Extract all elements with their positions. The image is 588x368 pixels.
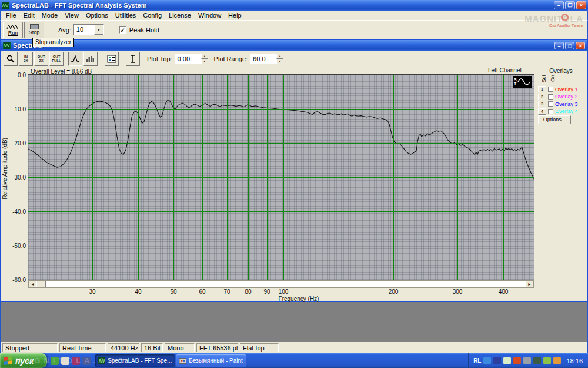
tooltip: Stop analyzer: [32, 38, 74, 47]
plot-horizontal-scrollbar[interactable]: ◄ ►: [28, 280, 534, 288]
status-panel: Real Time: [59, 343, 106, 352]
main-window-titlebar: SpectraLAB - FFT Spectral Analysis Syste…: [0, 0, 588, 11]
tray-icon[interactable]: [503, 357, 511, 364]
spectrum-toolbar: IN 2X OUT 2X OUT FULL: [1, 51, 587, 67]
spinner-up-icon[interactable]: ▲: [276, 54, 283, 59]
scrollbar-track[interactable]: [46, 281, 526, 287]
y-tick-label: -40.0: [7, 208, 26, 215]
menu-help[interactable]: Help: [225, 11, 245, 19]
restore-button[interactable]: ❐: [565, 1, 575, 9]
quick-launch-icon[interactable]: [61, 357, 69, 365]
y-gridline: [28, 109, 534, 110]
avg-dropdown[interactable]: 10 ▼: [74, 24, 104, 35]
overlays-panel: Overlays Set On Options... 1Overlay 12Ov…: [535, 68, 587, 138]
line-plot-mode-button[interactable]: [68, 52, 82, 66]
spectrum-minimize-button[interactable]: –: [554, 42, 564, 49]
menu-utilities[interactable]: Utilities: [112, 11, 139, 19]
quick-launch-icon[interactable]: [51, 357, 59, 365]
y-tick-label: -50.0: [7, 243, 26, 249]
tray-icon[interactable]: [513, 357, 521, 364]
tray-icon[interactable]: [533, 357, 541, 364]
quick-launch-bar: [51, 357, 91, 365]
spinner-down-icon[interactable]: ▼: [276, 59, 283, 64]
zoom-out-full-button[interactable]: OUT FULL: [49, 52, 64, 66]
bar-plot-mode-button[interactable]: [83, 52, 98, 66]
y-tick-label: -20.0: [7, 140, 26, 147]
tray-icon[interactable]: [543, 357, 551, 364]
plot-top-input[interactable]: 0.00: [175, 54, 201, 64]
taskbar-task-paint[interactable]: Безымянный - Paint: [176, 354, 245, 367]
y-gridline: [28, 246, 534, 246]
plot-range-spinner[interactable]: ▲ ▼: [276, 54, 283, 64]
quick-launch-icon[interactable]: [72, 357, 80, 365]
overlay-options-button[interactable]: Options...: [538, 115, 571, 124]
overlay-checkbox[interactable]: [548, 109, 553, 114]
menu-view[interactable]: View: [61, 11, 82, 19]
stop-button[interactable]: Stop: [24, 22, 44, 38]
main-window-title: SpectraLAB - FFT Spectral Analysis Syste…: [12, 2, 146, 9]
overlay-label: Overlay 2: [555, 94, 578, 100]
spinner-down-icon[interactable]: ▼: [201, 59, 208, 64]
spinner-up-icon[interactable]: ▲: [201, 54, 208, 59]
x-tick-label: 90: [258, 289, 276, 295]
marker-tool-button[interactable]: [126, 52, 140, 66]
menu-bar: FileEditModeViewOptionsUtilitiesConfigLi…: [0, 11, 588, 20]
tray-icon[interactable]: [523, 357, 531, 364]
menu-config[interactable]: Config: [139, 11, 165, 19]
language-indicator[interactable]: RL: [473, 357, 481, 364]
tray-icons: [483, 357, 561, 364]
overlay-checkbox[interactable]: [548, 87, 553, 92]
plot-top-spinner[interactable]: ▲ ▼: [201, 54, 208, 64]
overlay-row: 1Overlay 1: [538, 86, 578, 92]
zoom-out-bottom-label: 2X: [39, 59, 43, 63]
zoom-full-bottom-label: FULL: [52, 59, 61, 63]
task-label: Безымянный - Paint: [189, 357, 242, 364]
quick-launch-icon[interactable]: [82, 357, 91, 365]
spectrum-grid[interactable]: ST: [28, 75, 534, 280]
overall-level-readout: Overall Level = 8.56 dB: [31, 68, 92, 75]
plot-range-input[interactable]: 60.0: [250, 54, 276, 64]
menu-edit[interactable]: Edit: [20, 11, 38, 19]
x-tick-label: 200: [385, 289, 402, 295]
menu-window[interactable]: Window: [195, 11, 225, 19]
zoom-out-2x-button[interactable]: OUT 2X: [34, 52, 48, 66]
spectrum-close-button[interactable]: ×: [576, 42, 585, 49]
y-gridline: [28, 211, 534, 212]
x-tick-label: 40: [129, 289, 147, 295]
overlay-set-button[interactable]: 3: [538, 101, 546, 107]
plot-options-button[interactable]: [105, 52, 119, 66]
tray-icon[interactable]: [493, 357, 501, 364]
zoom-in-top-label: IN: [24, 55, 28, 59]
close-button[interactable]: ×: [576, 1, 586, 9]
peak-hold-checkbox[interactable]: ✓: [119, 26, 126, 34]
tray-icon[interactable]: [553, 357, 561, 364]
menu-file[interactable]: File: [2, 11, 20, 19]
menu-license[interactable]: License: [165, 11, 195, 19]
spectrum-maximize-button[interactable]: □: [565, 42, 574, 49]
system-tray: RL 18:16: [468, 353, 588, 368]
menu-mode[interactable]: Mode: [38, 11, 62, 19]
minimize-button[interactable]: –: [554, 1, 564, 9]
zoom-tool-button[interactable]: [4, 52, 18, 66]
tray-icon[interactable]: [483, 357, 491, 364]
plot-top-label: Plot Top:: [147, 55, 172, 62]
status-panel: 44100 Hz: [108, 343, 139, 352]
overlay-checkbox[interactable]: [548, 94, 553, 100]
run-button[interactable]: Run: [3, 22, 23, 38]
app-icon: [2, 2, 9, 9]
overlay-set-button[interactable]: 1: [538, 86, 546, 92]
overlay-checkbox[interactable]: [548, 101, 553, 107]
chevron-down-icon[interactable]: ▼: [94, 25, 103, 35]
menu-options[interactable]: Options: [82, 11, 112, 19]
start-button[interactable]: пуск: [0, 353, 47, 368]
scrollbar-thumb[interactable]: [36, 281, 46, 287]
scroll-left-icon[interactable]: ◄: [29, 281, 36, 287]
overlay-set-button[interactable]: 4: [538, 108, 546, 115]
zoom-in-2x-button[interactable]: IN 2X: [19, 52, 33, 66]
run-button-label: Run: [8, 31, 18, 36]
stereo-trace-icon: ST: [513, 76, 532, 88]
taskbar-task-spectralab[interactable]: SpectraLAB - FFT Spe...: [95, 354, 175, 367]
y-tick-label: -10.0: [7, 106, 26, 112]
overlay-set-button[interactable]: 2: [538, 94, 546, 100]
scroll-right-icon[interactable]: ►: [526, 281, 533, 287]
